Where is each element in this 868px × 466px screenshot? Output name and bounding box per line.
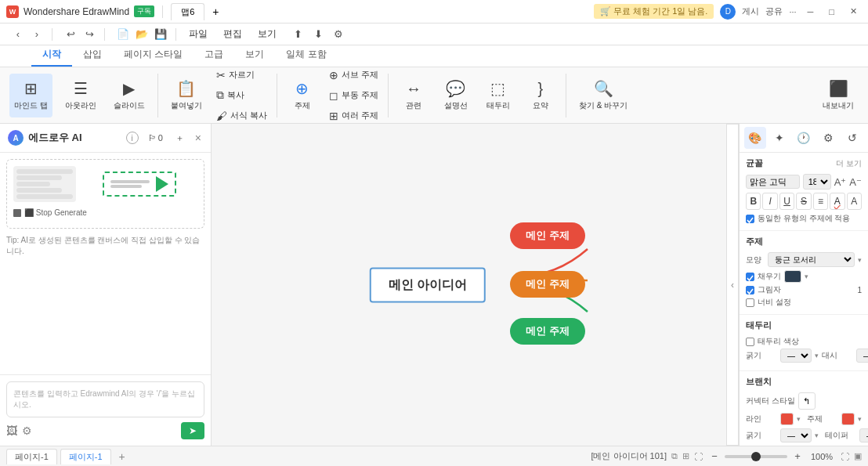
tab-page-style[interactable]: 페이지 스타일: [113, 44, 193, 67]
zoom-slider[interactable]: [725, 455, 787, 458]
width-checkbox[interactable]: [746, 298, 754, 307]
border-color-checkbox[interactable]: [746, 338, 754, 346]
settings-btn[interactable]: ⚙: [330, 26, 347, 43]
fill-checkbox[interactable]: [746, 273, 754, 281]
publish-btn[interactable]: 게시: [742, 5, 759, 17]
font-decrease-btn[interactable]: A⁻: [849, 176, 862, 188]
font-family-select[interactable]: 맑은 고딕: [746, 175, 800, 189]
border-section-title: 태두리: [746, 320, 862, 331]
strikethrough-btn[interactable]: S: [796, 193, 811, 210]
callout-btn[interactable]: 💬 설명선: [439, 74, 473, 117]
arrow-dash-select[interactable]: ——: [859, 428, 868, 443]
panel-expand-button[interactable]: ‹: [726, 124, 739, 446]
subtopic-btn[interactable]: ⊕ 서브 주제: [324, 67, 383, 85]
cut-icon: ✂: [216, 69, 226, 81]
topic-color-swatch[interactable]: [841, 413, 855, 425]
close-button[interactable]: ✕: [845, 5, 862, 18]
zoom-out-button[interactable]: −: [707, 450, 722, 464]
style-tab[interactable]: 🎨: [744, 127, 766, 149]
layout-btn[interactable]: ▣: [854, 451, 862, 461]
font-size-select[interactable]: 18: [803, 174, 831, 190]
branch-node-3[interactable]: 메인 주제: [510, 318, 585, 345]
line-color-swatch[interactable]: [780, 413, 794, 425]
fullscreen-btn[interactable]: ⛶: [841, 452, 849, 461]
line-size-select[interactable]: —: [780, 428, 812, 443]
forward-button[interactable]: ›: [28, 26, 45, 43]
menu-edit[interactable]: 편집: [217, 25, 248, 43]
paste-btn[interactable]: 📋 붙여넣기: [166, 74, 207, 117]
shape-select[interactable]: 둥근 모서리: [768, 252, 855, 267]
ai-info-button[interactable]: i: [126, 132, 139, 144]
review-btn[interactable]: ⬛ 내보내기: [818, 74, 859, 117]
tab-map6[interactable]: 맵6: [171, 3, 204, 20]
slide-btn[interactable]: ▶ 슬라이드: [109, 74, 150, 117]
float-topic-btn[interactable]: ◻ 부동 주제: [324, 86, 383, 105]
page-tab-1[interactable]: 페이지-1: [6, 449, 57, 464]
back-button[interactable]: ‹: [9, 26, 27, 43]
redo-button[interactable]: ↪: [81, 26, 98, 43]
font-color-btn[interactable]: A: [830, 193, 844, 210]
export-btn[interactable]: ⬆: [289, 26, 306, 43]
highlight-btn[interactable]: A: [847, 193, 862, 210]
font-more-btn[interactable]: 더 보기: [836, 158, 862, 169]
menu-file[interactable]: 파일: [183, 25, 214, 43]
open-button[interactable]: 📂: [133, 26, 150, 43]
undo-button[interactable]: ↩: [62, 26, 79, 43]
menu-view[interactable]: 보기: [251, 25, 283, 43]
align-btn[interactable]: ≡: [813, 193, 828, 210]
cut-btn[interactable]: ✂ 자르기: [212, 67, 272, 85]
ai-panel-close-button[interactable]: ×: [193, 130, 203, 146]
ai-add-button[interactable]: ＋: [171, 131, 189, 146]
copy-btn[interactable]: ⧉ 복사: [212, 86, 272, 105]
branch-node-1[interactable]: 메인 주제: [510, 222, 585, 249]
minimize-button[interactable]: ─: [803, 5, 819, 18]
tab-view[interactable]: 보기: [234, 44, 275, 67]
border-dash-select[interactable]: ——: [856, 349, 868, 363]
fill-color-swatch[interactable]: [784, 270, 801, 283]
style-copy-btn[interactable]: 🖌 서식 복사: [212, 107, 272, 125]
findreplace-btn[interactable]: 🔍 찾기 & 바꾸기: [574, 74, 632, 117]
more-menu-btn[interactable]: ···: [789, 7, 796, 16]
bold-btn[interactable]: B: [746, 193, 761, 210]
multi-topic-btn[interactable]: ⊞ 여러 주제: [324, 107, 383, 125]
clock-tab[interactable]: 🕐: [793, 127, 815, 149]
mindmap-tab-btn[interactable]: ⊞ 마인드 탭: [9, 74, 52, 117]
history-tab[interactable]: ↺: [841, 127, 863, 149]
new-button[interactable]: 📄: [114, 26, 132, 43]
ai-send-button[interactable]: ➤: [181, 422, 204, 439]
gear-tab[interactable]: ⚙: [817, 127, 839, 149]
conn-style-button[interactable]: ↰: [798, 392, 816, 410]
share-btn[interactable]: 공유: [765, 5, 783, 17]
font-increase-btn[interactable]: A⁺: [834, 176, 847, 188]
tab-advanced[interactable]: 고급: [193, 44, 234, 67]
ai-attachment-icon[interactable]: ⚙: [22, 424, 32, 437]
canvas-area[interactable]: 메인 아이디어 메인 주제 메인 주제 메인 주제: [212, 124, 726, 446]
remark-btn[interactable]: ⬚ 태두리: [481, 74, 515, 117]
zoom-in-button[interactable]: +: [790, 450, 805, 464]
import-btn[interactable]: ⬇: [309, 26, 327, 43]
page-tab-2[interactable]: 페이지-1: [60, 449, 111, 464]
tab-insert[interactable]: 삽입: [72, 44, 113, 67]
border-size-select[interactable]: —: [780, 349, 812, 363]
tab-integrate[interactable]: 일체 포함: [275, 44, 337, 67]
ai-image-icon[interactable]: 🖼: [6, 424, 17, 437]
theme-tab[interactable]: ✦: [769, 127, 790, 149]
branch-node-2[interactable]: 메인 주제: [510, 271, 585, 298]
summary-btn[interactable]: } 요약: [523, 74, 558, 117]
zoom-handle[interactable]: [751, 452, 761, 461]
add-tab-button[interactable]: +: [206, 3, 225, 20]
italic-btn[interactable]: I: [762, 193, 777, 210]
tab-start[interactable]: 시작: [31, 44, 72, 67]
ai-input-box[interactable]: 콘텐츠를 입력하고 Edrawmind AI의 경우 '/'을 누르십시오.: [6, 381, 204, 417]
add-page-button[interactable]: +: [114, 449, 130, 464]
topic-btn[interactable]: ⊕ 주제: [285, 74, 320, 117]
outline-btn[interactable]: ☰ 아웃라인: [60, 74, 101, 117]
apply-same-checkbox[interactable]: [746, 215, 754, 223]
underline-btn[interactable]: U: [779, 193, 794, 210]
save-button[interactable]: 💾: [152, 26, 169, 43]
maximize-button[interactable]: □: [824, 5, 839, 18]
ai-stop-button[interactable]: ⬛ Stop Generate: [13, 208, 197, 217]
main-node[interactable]: 메인 아이디어: [370, 267, 486, 302]
shadow-checkbox[interactable]: [746, 286, 754, 294]
relation-btn[interactable]: ↔ 관련: [396, 74, 431, 117]
